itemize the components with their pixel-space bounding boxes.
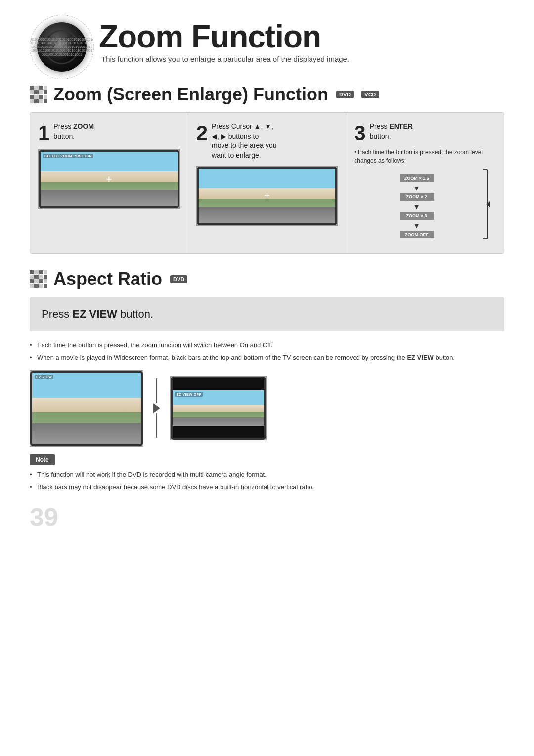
step-1-number: 1 [38,123,49,143]
connector [153,378,160,438]
zoom-section-header: Zoom (Screen Enlarge) Function DVD VCD [30,84,504,105]
page-number: 39 [30,502,504,532]
note-bullet-2: Black bars may not disappear because som… [30,482,504,492]
ez-view-off-label: EZ VIEW OFF [175,392,203,397]
step-1-box: 1 Press ZOOMbutton. SELECT ZOOM POSITION… [30,113,188,253]
step-3-box: 3 Press ENTERbutton. • Each time the but… [346,113,504,253]
step-1-text: Press ZOOMbutton. [53,122,94,141]
step-1-image: SELECT ZOOM POSITION + [38,149,180,209]
header-section: 0101001010101001010100101010010101001010… [30,15,504,79]
note-bullet-1: This function will not work if the DVD i… [30,470,504,480]
aspect-ratio-header: Aspect Ratio DVD [30,269,504,289]
step-2-text: Press Cursor ▲, ▼,◀, ▶ buttons tomove to… [212,122,277,160]
zoom-section-icon [30,86,47,103]
ez-view-images: EZ VIEW EZ VIEW OFF [30,370,504,447]
steps-container: 1 Press ZOOMbutton. SELECT ZOOM POSITION… [30,112,504,254]
step-2-image: + [196,166,338,226]
ez-view-label: EZ VIEW [35,375,53,379]
zoom-level-3: ZOOM × 3 [400,212,434,220]
zoom-level-off: ZOOM OFF [400,231,434,238]
zoom-section-title: Zoom (Screen Enlarge) Function [53,84,328,105]
page-title: Zoom Function [99,18,349,55]
ez-view-off-image: EZ VIEW OFF [170,376,267,440]
aspect-ratio-title: Aspect Ratio [53,269,162,289]
zoom-level-2: ZOOM × 2 [400,193,434,201]
step-3-text: Press ENTERbutton. [370,122,413,141]
ez-view-instruction: Press EZ VIEW button. [30,297,504,331]
dvd-badge: DVD [336,91,354,98]
zoom-level-1: ZOOM × 1.5 [400,174,434,182]
select-zoom-label: SELECT ZOOM POSITION [43,154,93,158]
aspect-ratio-section: Aspect Ratio DVD Press EZ VIEW button. E… [30,269,504,492]
zoom-chart-info: • Each time the button is pressed, the z… [354,148,488,165]
zoom-chart: • Each time the button is pressed, the z… [354,143,496,244]
bullet-2: When a movie is played in Widescreen for… [30,353,504,363]
note-section: Note This function will not work if the … [30,454,504,492]
aspect-ratio-icon [30,270,47,288]
note-label: Note [30,454,55,465]
step-2-number: 2 [196,123,208,143]
zoom-section: Zoom (Screen Enlarge) Function DVD VCD 1… [30,84,504,254]
zoom-levels: ZOOM × 1.5 ▼ ZOOM × 2 ▼ ZOOM × 3 ▼ [354,174,479,239]
vcd-badge: VCD [361,91,379,98]
bullet-1: Each time the button is pressed, the zoo… [30,340,504,350]
note-bullets: This function will not work if the DVD i… [30,470,504,492]
aspect-ratio-bullets: Each time the button is pressed, the zoo… [30,340,504,363]
step-2-box: 2 Press Cursor ▲, ▼,◀, ▶ buttons tomove … [188,113,347,253]
step-3-number: 3 [354,123,365,143]
page-subtitle: This function allows you to enlarge a pa… [101,55,349,63]
page-wrapper: 0101001010101001010100101010010101001010… [0,0,534,562]
camera-icon: 0101001010101001010100101010010101001010… [30,15,94,79]
ez-view-image: EZ VIEW [30,370,143,447]
aspect-dvd-badge: DVD [170,275,187,283]
